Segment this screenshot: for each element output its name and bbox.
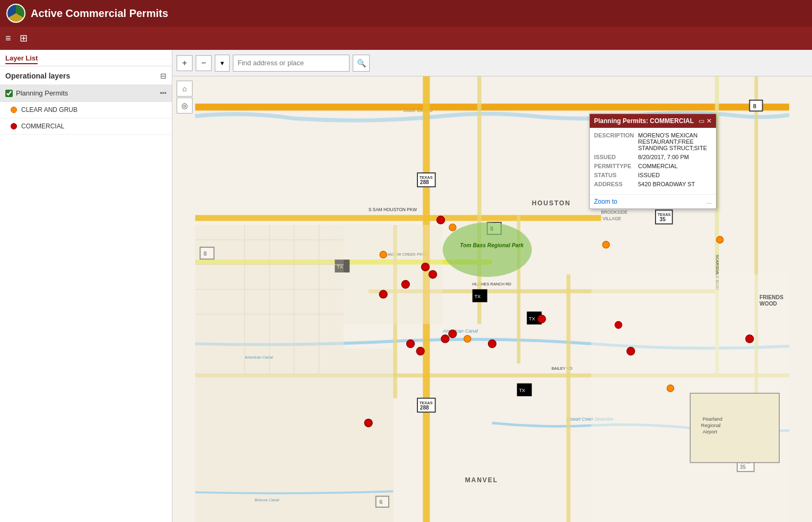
popup-status-label: STATUS	[594, 172, 636, 178]
clear-and-grub-item: CLEAR AND GRUB	[0, 102, 172, 118]
svg-text:American Canal: American Canal	[244, 355, 273, 360]
popup-issued-value: 8/20/2017, 7:00 PM	[638, 154, 712, 160]
commercial-item: COMMERCIAL	[0, 118, 172, 135]
commercial-dot	[11, 123, 17, 129]
app-title: Active Commercial Permits	[31, 7, 168, 20]
svg-rect-20	[477, 76, 481, 324]
svg-text:TX: TX	[519, 388, 526, 393]
app-header: Active Commercial Permits	[0, 0, 812, 27]
svg-text:288: 288	[420, 179, 429, 185]
svg-point-85	[364, 419, 372, 427]
svg-text:S SAM HOUSTON PKW: S SAM HOUSTON PKW	[369, 207, 417, 212]
svg-text:BROOKSIDE: BROOKSIDE	[601, 210, 627, 215]
menu-icon[interactable]: ≡	[5, 33, 11, 44]
app-logo	[6, 4, 25, 23]
popup-description-label: DESCRIPTION	[594, 132, 636, 151]
svg-text:HOUSTON: HOUSTON	[532, 199, 571, 207]
search-input[interactable]	[233, 55, 350, 72]
svg-text:TX: TX	[529, 316, 536, 321]
svg-text:Pearland: Pearland	[703, 416, 722, 422]
layers-icon[interactable]: ⊞	[20, 32, 28, 44]
svg-text:FRIENDS: FRIENDS	[759, 294, 783, 300]
svg-point-82	[538, 315, 546, 323]
map-side-buttons: ⌂ ◎	[177, 81, 193, 114]
search-dropdown[interactable]: ▼	[215, 55, 230, 72]
svg-text:TX: TX	[474, 294, 481, 299]
svg-point-73	[436, 216, 444, 224]
sidebar: Layer List Operational layers ⊟ Planning…	[0, 50, 172, 522]
svg-rect-51	[195, 349, 393, 522]
svg-rect-24	[566, 274, 570, 522]
popup-permittype-row: PermitType COMMERCIAL	[594, 163, 712, 169]
svg-rect-3	[195, 215, 601, 221]
popup-header: Planning Permits: COMMERCIAL ▭ ✕	[590, 114, 716, 128]
svg-text:WOOD: WOOD	[759, 301, 777, 307]
app-toolbar: ≡ ⊞	[0, 27, 812, 50]
svg-text:Regional: Regional	[701, 423, 721, 428]
popup-minimize-button[interactable]: ▭	[699, 117, 704, 125]
popup-address-value: 5420 BROADWAY ST	[638, 181, 712, 187]
main-layout: Layer List Operational layers ⊟ Planning…	[0, 50, 812, 522]
svg-point-71	[464, 335, 471, 342]
popup-permittype-label: PermitType	[594, 163, 636, 169]
svg-point-79	[416, 347, 424, 355]
svg-point-88	[614, 320, 623, 329]
layer-item: Planning Permits •••	[0, 85, 172, 102]
popup-issued-label: ISSUED	[594, 154, 636, 160]
map-toolbar: + − ▼ 🔍	[172, 50, 812, 76]
layer-list-label: Layer List	[5, 54, 38, 64]
map-container[interactable]: + − ▼ 🔍 ⌂ ◎ State Bayou	[172, 50, 812, 522]
zoom-to-link[interactable]: Zoom to	[594, 198, 617, 205]
layer-menu-icon[interactable]: •••	[160, 90, 167, 97]
svg-point-72	[667, 385, 674, 392]
svg-text:Tom Bass Regional Park: Tom Bass Regional Park	[460, 242, 524, 248]
operational-layers-title: Operational layers	[5, 72, 70, 80]
home-button[interactable]: ⌂	[177, 81, 193, 97]
operational-layers-header: Operational layers ⊟	[0, 66, 172, 85]
popup-address-row: ADDRESS 5420 BROADWAY ST	[594, 181, 712, 187]
popup-status-value: ISSUED	[638, 172, 712, 178]
filter-icon[interactable]: ⊟	[160, 72, 167, 80]
planning-permits-label: Planning Permits	[16, 89, 156, 97]
svg-point-78	[407, 340, 415, 348]
layer-list-tab[interactable]: Layer List	[0, 50, 172, 66]
popup-description-row: DESCRIPTION MORENO'S MEXICAN RESTAURANT;…	[594, 132, 712, 151]
svg-point-53	[443, 222, 532, 277]
svg-text:American Canal: American Canal	[442, 328, 478, 334]
compass-button[interactable]: ◎	[177, 98, 193, 114]
popup-body: DESCRIPTION MORENO'S MEXICAN RESTAURANT;…	[590, 128, 716, 194]
svg-point-77	[379, 290, 387, 298]
popup-title: Planning Permits: COMMERCIAL	[594, 117, 694, 125]
svg-text:8: 8	[753, 103, 756, 109]
svg-point-87	[746, 335, 754, 343]
popup-footer: Zoom to ...	[590, 194, 716, 208]
svg-text:Airport: Airport	[703, 429, 718, 434]
svg-point-74	[422, 263, 430, 271]
svg-point-81	[449, 330, 457, 338]
svg-point-80	[441, 335, 449, 343]
clear-and-grub-dot	[11, 107, 17, 113]
svg-point-70	[717, 236, 723, 243]
svg-text:35: 35	[659, 216, 666, 222]
popup-issued-row: ISSUED 8/20/2017, 7:00 PM	[594, 154, 712, 160]
popup-close-button[interactable]: ✕	[706, 117, 712, 125]
svg-text:Briscoe Canal: Briscoe Canal	[255, 498, 280, 502]
popup-description-value: MORENO'S MEXICAN RESTAURANT;FREE STANDIN…	[638, 132, 712, 151]
popup-header-buttons: ▭ ✕	[699, 117, 712, 125]
svg-point-67	[380, 251, 387, 258]
commercial-label: COMMERCIAL	[21, 123, 64, 130]
popup-permittype-value: COMMERCIAL	[638, 163, 712, 169]
svg-point-75	[429, 271, 437, 279]
zoom-out-button[interactable]: −	[196, 55, 212, 71]
svg-text:VILLAGE: VILLAGE	[603, 216, 621, 221]
search-button[interactable]: 🔍	[353, 55, 370, 72]
clear-and-grub-label: CLEAR AND GRUB	[21, 106, 77, 114]
svg-point-84	[627, 347, 635, 355]
planning-permits-checkbox[interactable]	[5, 90, 13, 97]
popup-address-label: ADDRESS	[594, 181, 636, 187]
svg-text:288: 288	[420, 405, 429, 411]
svg-text:MANVEL: MANVEL	[465, 476, 498, 484]
zoom-in-button[interactable]: +	[177, 55, 193, 71]
permit-popup: Planning Permits: COMMERCIAL ▭ ✕ DESCRIP…	[589, 114, 717, 209]
popup-more-button[interactable]: ...	[706, 198, 712, 205]
